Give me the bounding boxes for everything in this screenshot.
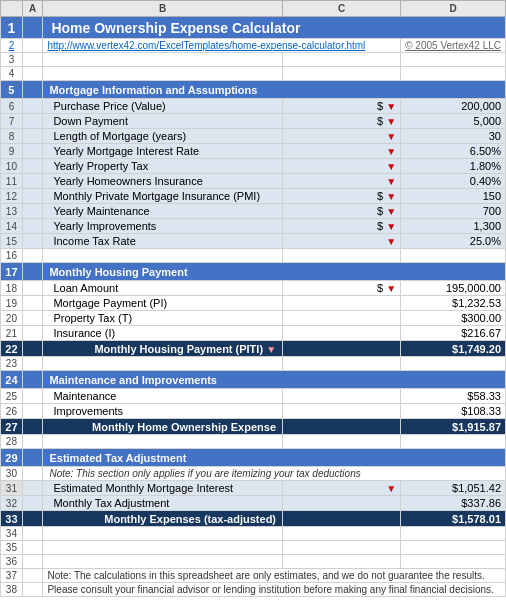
home-expense-label: Monthly Home Ownership Expense	[43, 419, 283, 435]
row-18-a	[22, 281, 43, 296]
maint-dollar-sign: $	[377, 205, 383, 217]
col-header-row-num	[1, 1, 23, 17]
row-num-26: 26	[1, 404, 23, 419]
monthly-piti-empty	[283, 341, 401, 357]
row-num-29: 29	[1, 449, 23, 467]
mortgage-length-label: Length of Mortgage (years)	[43, 129, 283, 144]
row-23-b	[43, 357, 283, 371]
mortgage-length-value[interactable]: 30	[401, 129, 506, 144]
row-num-13: 13	[1, 204, 23, 219]
row-num-35: 35	[1, 541, 23, 555]
yearly-improv-dollar: $ ▼	[283, 219, 401, 234]
down-payment-value[interactable]: 5,000	[401, 114, 506, 129]
row-3-c	[283, 53, 401, 67]
purchase-price-label: Purchase Price (Value)	[43, 99, 283, 114]
tax-adjust-value: $337.86	[401, 496, 506, 511]
row-28-a	[22, 435, 43, 449]
input-indicator-13: ▼	[386, 206, 396, 217]
maint-header-a	[22, 371, 43, 389]
loan-dollar-sign: $	[377, 282, 383, 294]
property-tax-label: Yearly Property Tax	[43, 159, 283, 174]
row-num-21: 21	[1, 326, 23, 341]
row-num-24: 24	[1, 371, 23, 389]
homeowners-ins-indicator: ▼	[283, 174, 401, 189]
home-expense-value: $1,915.87	[401, 419, 506, 435]
yearly-maint-value[interactable]: 700	[401, 204, 506, 219]
footer-line1: Note: The calculations in this spreadshe…	[43, 569, 506, 583]
row-34-a	[22, 527, 43, 541]
row-35-a	[22, 541, 43, 555]
row-num-23: 23	[1, 357, 23, 371]
row-10-a	[22, 159, 43, 174]
monthly-piti-value: $1,749.20	[401, 341, 506, 357]
row-16-d	[401, 249, 506, 263]
row-36-c	[283, 555, 401, 569]
property-tax-value[interactable]: 1.80%	[401, 159, 506, 174]
input-indicator-8: ▼	[386, 131, 396, 142]
row-28-d	[401, 435, 506, 449]
purchase-price-dollar: $ ▼	[283, 99, 401, 114]
homeowners-ins-label: Yearly Homeowners Insurance	[43, 174, 283, 189]
row-num-18: 18	[1, 281, 23, 296]
row-37-a	[22, 569, 43, 583]
row-32-a	[22, 496, 43, 511]
loan-amount-dollar: $ ▼	[283, 281, 401, 296]
row-34-c	[283, 527, 401, 541]
pmi-value[interactable]: 150	[401, 189, 506, 204]
est-interest-value: $1,051.42	[401, 481, 506, 496]
pmi-dollar: $ ▼	[283, 189, 401, 204]
page-title: Home Ownership Expense Calculator	[43, 17, 506, 39]
row-num-6: 6	[1, 99, 23, 114]
property-tax-indicator: ▼	[283, 159, 401, 174]
tax-adjusted-value: $1,578.01	[401, 511, 506, 527]
row-19-a	[22, 296, 43, 311]
row-num-2: 2	[1, 39, 23, 53]
row-8-a	[22, 129, 43, 144]
improvements-empty	[283, 404, 401, 419]
website-link[interactable]: http://www.vertex42.com/ExcelTemplates/h…	[43, 39, 401, 53]
input-indicator-11: ▼	[386, 176, 396, 187]
monthly-header-a	[22, 263, 43, 281]
row-35-c	[283, 541, 401, 555]
purchase-dollar-sign: $	[377, 100, 383, 112]
row-num-3: 3	[1, 53, 23, 67]
income-tax-indicator: ▼	[283, 234, 401, 249]
row-16-b	[43, 249, 283, 263]
mortgage-length-indicator: ▼	[283, 129, 401, 144]
row-30-a	[22, 467, 43, 481]
row-4-b	[43, 67, 283, 81]
row-2-a	[22, 39, 43, 53]
row-20-a	[22, 311, 43, 326]
income-tax-value[interactable]: 25.0%	[401, 234, 506, 249]
mortgage-pi-value: $1,232.53	[401, 296, 506, 311]
row-11-a	[22, 174, 43, 189]
row-num-19: 19	[1, 296, 23, 311]
homeowners-ins-value[interactable]: 0.40%	[401, 174, 506, 189]
row-num-16: 16	[1, 249, 23, 263]
loan-amount-value: 195,000.00	[401, 281, 506, 296]
row-36-b	[43, 555, 283, 569]
improvements-label: Improvements	[43, 404, 283, 419]
est-interest-indicator: ▼	[283, 481, 401, 496]
row-9-a	[22, 144, 43, 159]
interest-rate-value[interactable]: 6.50%	[401, 144, 506, 159]
row-3-a	[22, 53, 43, 67]
row-16-c	[283, 249, 401, 263]
row-16-a	[22, 249, 43, 263]
row-13-a	[22, 204, 43, 219]
row-num-1: 1	[1, 17, 23, 39]
maintenance-section-header: Maintenance and Improvements	[43, 371, 506, 389]
row-1-a	[22, 17, 43, 39]
down-payment-label: Down Payment	[43, 114, 283, 129]
mortgage-header-a	[22, 81, 43, 99]
input-indicator-12: ▼	[386, 191, 396, 202]
yearly-improv-label: Yearly Improvements	[43, 219, 283, 234]
row-num-31: 31	[1, 481, 23, 496]
purchase-price-value[interactable]: 200,000	[401, 99, 506, 114]
loan-amount-label: Loan Amount	[43, 281, 283, 296]
yearly-improv-value[interactable]: 1,300	[401, 219, 506, 234]
footer-line2: Please consult your financial advisor or…	[43, 583, 506, 597]
pmi-label: Monthly Private Mortgage Insurance (PMI)	[43, 189, 283, 204]
maintenance-value: $58.33	[401, 389, 506, 404]
interest-rate-indicator: ▼	[283, 144, 401, 159]
